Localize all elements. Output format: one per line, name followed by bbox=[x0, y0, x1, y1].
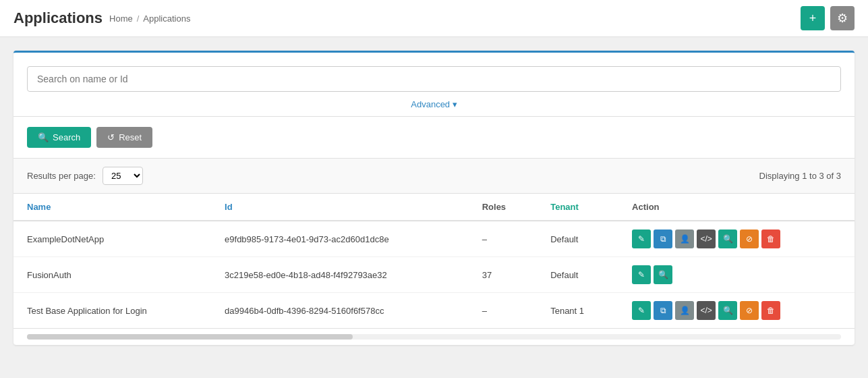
code-button[interactable]: </> bbox=[697, 301, 716, 320]
search-input[interactable] bbox=[27, 66, 841, 92]
reset-icon: ↺ bbox=[107, 132, 115, 142]
search-button[interactable]: 🔍 Search bbox=[27, 127, 91, 148]
reset-button-label: Reset bbox=[119, 132, 142, 142]
cell-name: Test Base Application for Login bbox=[13, 293, 211, 329]
results-bar: Results per page: 25 10 50 100 Displayin… bbox=[13, 158, 855, 194]
header: Applications Home / Applications + ⚙ bbox=[0, 0, 868, 37]
breadcrumb-separator: / bbox=[137, 14, 140, 24]
header-actions: + ⚙ bbox=[801, 6, 855, 30]
cell-name: ExampleDotNetApp bbox=[13, 221, 211, 257]
cell-tenant: Default bbox=[537, 257, 618, 293]
action-buttons-group: ✎⧉👤</>🔍⊘🗑 bbox=[632, 301, 841, 320]
header-left: Applications Home / Applications bbox=[13, 9, 190, 27]
user-button[interactable]: 👤 bbox=[675, 230, 694, 248]
block-button[interactable]: ⊘ bbox=[740, 230, 759, 248]
table-body: ExampleDotNetAppe9fdb985-9173-4e01-9d73-… bbox=[13, 221, 855, 328]
table-row: FusionAuth3c219e58-ed0e-4b18-ad48-f4f927… bbox=[13, 257, 855, 293]
code-button[interactable]: </> bbox=[697, 230, 716, 248]
delete-button[interactable]: 🗑 bbox=[761, 301, 780, 320]
table-row: ExampleDotNetAppe9fdb985-9173-4e01-9d73-… bbox=[13, 221, 855, 257]
table-header-row: Name Id Roles Tenant Action bbox=[13, 194, 855, 221]
search-button-label: Search bbox=[53, 132, 80, 142]
cell-tenant: Tenant 1 bbox=[537, 293, 618, 329]
page-title: Applications bbox=[13, 9, 103, 27]
advanced-link[interactable]: Advanced bbox=[411, 99, 457, 109]
delete-button[interactable]: 🗑 bbox=[761, 230, 780, 248]
cell-action: ✎🔍 bbox=[618, 257, 855, 293]
cell-tenant: Default bbox=[537, 221, 618, 257]
action-buttons-group: ✎🔍 bbox=[632, 265, 841, 284]
search-button[interactable]: 🔍 bbox=[718, 230, 737, 248]
col-header-roles: Roles bbox=[469, 194, 537, 221]
search-section: Advanced 🔍 Search ↺ Reset bbox=[13, 53, 855, 158]
breadcrumb-home[interactable]: Home bbox=[109, 14, 133, 24]
breadcrumb: Home / Applications bbox=[109, 14, 190, 24]
copy-button[interactable]: ⧉ bbox=[654, 301, 672, 320]
main-content: Advanced 🔍 Search ↺ Reset Results per pa… bbox=[0, 37, 868, 358]
search-button[interactable]: 🔍 bbox=[718, 301, 737, 320]
cell-roles: – bbox=[469, 221, 537, 257]
cell-id: 3c219e58-ed0e-4b18-ad48-f4f92793ae32 bbox=[211, 257, 469, 293]
cell-id: e9fdb985-9173-4e01-9d73-ac2d60d1dc8e bbox=[211, 221, 469, 257]
search-icon: 🔍 bbox=[38, 132, 49, 142]
per-page-select[interactable]: 25 10 50 100 bbox=[103, 167, 143, 185]
per-page-label: Results per page: bbox=[27, 171, 96, 181]
breadcrumb-current: Applications bbox=[143, 14, 190, 24]
cell-action: ✎⧉👤</>🔍⊘🗑 bbox=[618, 293, 855, 329]
scroll-thumb bbox=[27, 334, 353, 340]
cell-roles: – bbox=[469, 293, 537, 329]
user-button[interactable]: 👤 bbox=[675, 301, 694, 320]
search-buttons-row: 🔍 Search ↺ Reset bbox=[27, 117, 841, 158]
cell-id: da9946b4-0dfb-4396-8294-5160f6f578cc bbox=[211, 293, 469, 329]
scroll-track bbox=[27, 334, 841, 340]
search-button[interactable]: 🔍 bbox=[654, 265, 672, 284]
edit-button[interactable]: ✎ bbox=[632, 301, 651, 320]
copy-button[interactable]: ⧉ bbox=[654, 230, 672, 248]
scroll-bar-area[interactable] bbox=[13, 328, 855, 345]
results-count: Displaying 1 to 3 of 3 bbox=[759, 171, 841, 181]
edit-button[interactable]: ✎ bbox=[632, 265, 651, 284]
applications-card: Advanced 🔍 Search ↺ Reset Results per pa… bbox=[13, 51, 855, 345]
settings-button[interactable]: ⚙ bbox=[830, 6, 855, 30]
block-button[interactable]: ⊘ bbox=[740, 301, 759, 320]
cell-action: ✎⧉👤</>🔍⊘🗑 bbox=[618, 221, 855, 257]
table-header: Name Id Roles Tenant Action bbox=[13, 194, 855, 221]
advanced-row: Advanced bbox=[13, 92, 855, 117]
table-row: Test Base Application for Loginda9946b4-… bbox=[13, 293, 855, 329]
action-buttons-group: ✎⧉👤</>🔍⊘🗑 bbox=[632, 230, 841, 248]
col-header-tenant: Tenant bbox=[537, 194, 618, 221]
add-application-button[interactable]: + bbox=[801, 6, 825, 30]
cell-roles: 37 bbox=[469, 257, 537, 293]
reset-button[interactable]: ↺ Reset bbox=[96, 127, 152, 148]
edit-button[interactable]: ✎ bbox=[632, 230, 651, 248]
applications-table: Name Id Roles Tenant Action ExampleDotNe… bbox=[13, 194, 855, 328]
col-header-id: Id bbox=[211, 194, 469, 221]
col-header-name: Name bbox=[13, 194, 211, 221]
cell-name: FusionAuth bbox=[13, 257, 211, 293]
col-header-action: Action bbox=[618, 194, 855, 221]
